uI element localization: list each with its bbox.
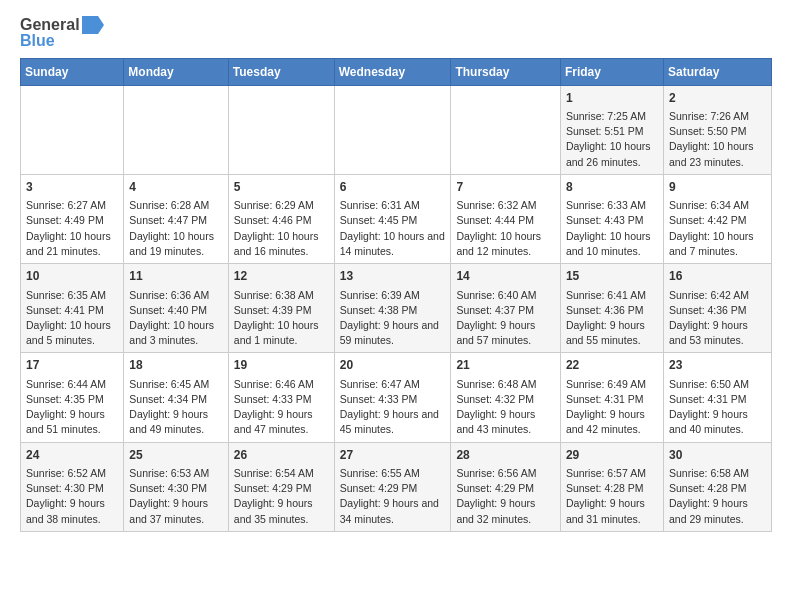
sunrise-text: Sunrise: 6:52 AM [26,466,118,481]
daylight-text: Daylight: 9 hours and 35 minutes. [234,496,329,526]
calendar-cell: 2Sunrise: 7:26 AMSunset: 5:50 PMDaylight… [663,85,771,174]
sunrise-text: Sunrise: 6:58 AM [669,466,766,481]
sunset-text: Sunset: 4:44 PM [456,213,555,228]
calendar-cell: 26Sunrise: 6:54 AMSunset: 4:29 PMDayligh… [228,442,334,531]
calendar-week-row: 1Sunrise: 7:25 AMSunset: 5:51 PMDaylight… [21,85,772,174]
sunrise-text: Sunrise: 6:38 AM [234,288,329,303]
day-number: 17 [26,357,118,374]
calendar-cell: 20Sunrise: 6:47 AMSunset: 4:33 PMDayligh… [334,353,451,442]
sunrise-text: Sunrise: 6:56 AM [456,466,555,481]
weekday-header-wednesday: Wednesday [334,58,451,85]
sunrise-text: Sunrise: 6:35 AM [26,288,118,303]
calendar-cell: 4Sunrise: 6:28 AMSunset: 4:47 PMDaylight… [124,174,228,263]
sunrise-text: Sunrise: 6:31 AM [340,198,446,213]
sunset-text: Sunset: 4:45 PM [340,213,446,228]
day-number: 24 [26,447,118,464]
day-number: 8 [566,179,658,196]
calendar-cell [124,85,228,174]
day-number: 11 [129,268,222,285]
calendar-cell: 23Sunrise: 6:50 AMSunset: 4:31 PMDayligh… [663,353,771,442]
daylight-text: Daylight: 10 hours and 10 minutes. [566,229,658,259]
calendar-cell: 18Sunrise: 6:45 AMSunset: 4:34 PMDayligh… [124,353,228,442]
day-number: 7 [456,179,555,196]
day-number: 6 [340,179,446,196]
calendar-cell: 8Sunrise: 6:33 AMSunset: 4:43 PMDaylight… [560,174,663,263]
calendar-cell [451,85,561,174]
daylight-text: Daylight: 9 hours and 49 minutes. [129,407,222,437]
calendar-week-row: 17Sunrise: 6:44 AMSunset: 4:35 PMDayligh… [21,353,772,442]
daylight-text: Daylight: 9 hours and 37 minutes. [129,496,222,526]
sunset-text: Sunset: 4:31 PM [669,392,766,407]
day-number: 19 [234,357,329,374]
weekday-header-tuesday: Tuesday [228,58,334,85]
calendar-cell: 28Sunrise: 6:56 AMSunset: 4:29 PMDayligh… [451,442,561,531]
calendar-cell: 27Sunrise: 6:55 AMSunset: 4:29 PMDayligh… [334,442,451,531]
daylight-text: Daylight: 10 hours and 16 minutes. [234,229,329,259]
daylight-text: Daylight: 9 hours and 38 minutes. [26,496,118,526]
sunrise-text: Sunrise: 6:47 AM [340,377,446,392]
sunrise-text: Sunrise: 7:26 AM [669,109,766,124]
day-number: 25 [129,447,222,464]
calendar-week-row: 24Sunrise: 6:52 AMSunset: 4:30 PMDayligh… [21,442,772,531]
daylight-text: Daylight: 10 hours and 14 minutes. [340,229,446,259]
sunset-text: Sunset: 5:51 PM [566,124,658,139]
sunset-text: Sunset: 4:47 PM [129,213,222,228]
daylight-text: Daylight: 9 hours and 45 minutes. [340,407,446,437]
daylight-text: Daylight: 10 hours and 19 minutes. [129,229,222,259]
weekday-header-thursday: Thursday [451,58,561,85]
sunset-text: Sunset: 4:29 PM [456,481,555,496]
sunrise-text: Sunrise: 6:36 AM [129,288,222,303]
sunset-text: Sunset: 4:28 PM [566,481,658,496]
daylight-text: Daylight: 10 hours and 7 minutes. [669,229,766,259]
weekday-header-sunday: Sunday [21,58,124,85]
calendar-cell: 14Sunrise: 6:40 AMSunset: 4:37 PMDayligh… [451,264,561,353]
calendar-cell: 25Sunrise: 6:53 AMSunset: 4:30 PMDayligh… [124,442,228,531]
sunrise-text: Sunrise: 6:55 AM [340,466,446,481]
logo-blue: Blue [20,32,55,50]
day-number: 22 [566,357,658,374]
calendar-cell: 30Sunrise: 6:58 AMSunset: 4:28 PMDayligh… [663,442,771,531]
calendar-cell: 15Sunrise: 6:41 AMSunset: 4:36 PMDayligh… [560,264,663,353]
day-number: 12 [234,268,329,285]
sunset-text: Sunset: 4:49 PM [26,213,118,228]
day-number: 28 [456,447,555,464]
daylight-text: Daylight: 9 hours and 47 minutes. [234,407,329,437]
day-number: 4 [129,179,222,196]
weekday-header-saturday: Saturday [663,58,771,85]
calendar-cell: 17Sunrise: 6:44 AMSunset: 4:35 PMDayligh… [21,353,124,442]
day-number: 21 [456,357,555,374]
sunrise-text: Sunrise: 6:46 AM [234,377,329,392]
logo: General Blue [20,16,104,50]
sunrise-text: Sunrise: 6:49 AM [566,377,658,392]
calendar-cell: 1Sunrise: 7:25 AMSunset: 5:51 PMDaylight… [560,85,663,174]
sunrise-text: Sunrise: 6:54 AM [234,466,329,481]
daylight-text: Daylight: 10 hours and 12 minutes. [456,229,555,259]
day-number: 16 [669,268,766,285]
calendar-cell [21,85,124,174]
calendar-week-row: 10Sunrise: 6:35 AMSunset: 4:41 PMDayligh… [21,264,772,353]
sunrise-text: Sunrise: 6:39 AM [340,288,446,303]
sunrise-text: Sunrise: 6:50 AM [669,377,766,392]
sunset-text: Sunset: 4:31 PM [566,392,658,407]
sunrise-text: Sunrise: 6:45 AM [129,377,222,392]
sunset-text: Sunset: 4:43 PM [566,213,658,228]
day-number: 18 [129,357,222,374]
calendar-cell: 3Sunrise: 6:27 AMSunset: 4:49 PMDaylight… [21,174,124,263]
day-number: 10 [26,268,118,285]
calendar-cell: 29Sunrise: 6:57 AMSunset: 4:28 PMDayligh… [560,442,663,531]
day-number: 14 [456,268,555,285]
day-number: 13 [340,268,446,285]
sunrise-text: Sunrise: 6:53 AM [129,466,222,481]
day-number: 27 [340,447,446,464]
sunrise-text: Sunrise: 7:25 AM [566,109,658,124]
daylight-text: Daylight: 9 hours and 42 minutes. [566,407,658,437]
calendar-cell: 9Sunrise: 6:34 AMSunset: 4:42 PMDaylight… [663,174,771,263]
svg-marker-0 [82,16,104,34]
sunset-text: Sunset: 4:41 PM [26,303,118,318]
weekday-header-row: SundayMondayTuesdayWednesdayThursdayFrid… [21,58,772,85]
sunrise-text: Sunrise: 6:48 AM [456,377,555,392]
day-number: 30 [669,447,766,464]
daylight-text: Daylight: 10 hours and 21 minutes. [26,229,118,259]
calendar-cell: 10Sunrise: 6:35 AMSunset: 4:41 PMDayligh… [21,264,124,353]
day-number: 26 [234,447,329,464]
